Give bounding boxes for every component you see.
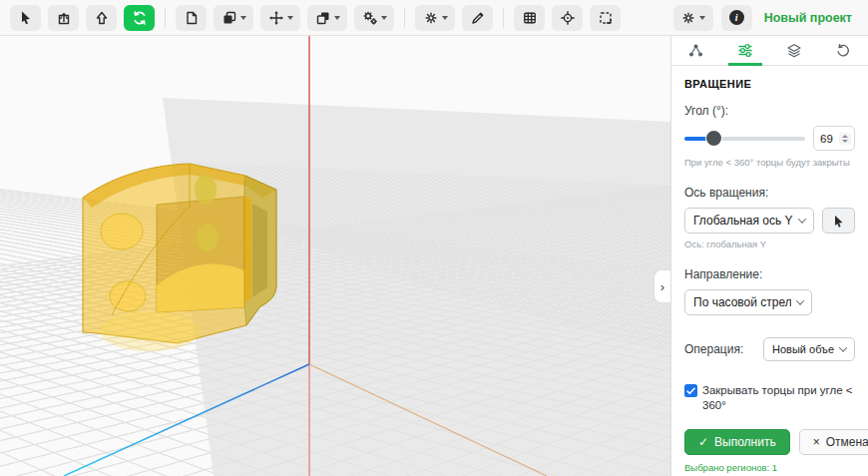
tab-parameters[interactable] <box>720 36 769 65</box>
chevron-right-icon: › <box>660 279 664 294</box>
history-icon <box>835 43 851 58</box>
annotate-tool-button[interactable] <box>462 5 493 31</box>
viewport-3d[interactable]: › <box>0 36 670 476</box>
angle-input[interactable] <box>820 133 838 145</box>
axis-hint: Ось: глобальная Y <box>684 238 855 249</box>
revolved-solid <box>83 164 276 351</box>
move-tool-button[interactable] <box>260 5 300 31</box>
project-name-link[interactable]: Новый проект <box>764 11 852 25</box>
axis-pick-button[interactable] <box>822 208 855 234</box>
execute-button[interactable]: ✓ Выполнить <box>684 429 790 455</box>
check-icon <box>686 387 695 395</box>
toolbar-separator <box>165 8 166 28</box>
toolbar-right-group: i Новый проект <box>673 5 858 31</box>
copy-tool-button[interactable] <box>214 5 253 31</box>
grid-icon <box>522 10 538 26</box>
chevron-down-icon <box>381 16 387 20</box>
operation-select[interactable]: Новый объект <box>763 337 855 361</box>
angle-spinner[interactable] <box>839 133 851 145</box>
settings-tool-button[interactable] <box>415 5 455 31</box>
solid-end-cap-inner <box>252 204 267 297</box>
selection-status: Выбрано регионов: 1 <box>684 462 855 473</box>
chevron-down-icon <box>796 296 804 304</box>
cursor-icon <box>832 215 845 228</box>
tree-icon <box>687 43 704 58</box>
boolean-tool-button[interactable] <box>307 5 347 31</box>
crosshair-icon <box>560 10 576 26</box>
selection-frame-button[interactable] <box>590 5 621 31</box>
chevron-down-icon <box>699 16 705 20</box>
tab-structure[interactable] <box>671 36 720 65</box>
gear-icon <box>423 10 439 26</box>
toolbar: i Новый проект <box>0 0 868 36</box>
toolbar-separator <box>503 8 504 28</box>
copy-icon <box>221 10 237 26</box>
close-caps-label: Закрывать торцы при угле < 360° <box>702 383 855 413</box>
pencil-icon <box>470 10 486 26</box>
inner-floor-glow <box>100 311 200 351</box>
angle-numbox <box>813 126 855 151</box>
checkbox-checked[interactable] <box>684 384 697 397</box>
direction-select[interactable]: По часовой стрелке <box>684 289 812 315</box>
chevron-down-icon <box>442 16 448 20</box>
gears-icon <box>362 10 378 26</box>
pushpull-tool-button[interactable] <box>48 5 79 31</box>
operation-label: Операция: <box>684 342 743 356</box>
panel-content: ВРАЩЕНИЕ Угол (°): При угле < 360° торцы… <box>671 66 868 476</box>
extrude-tool-button[interactable] <box>86 5 117 31</box>
tab-history[interactable] <box>819 36 868 65</box>
check-icon: ✓ <box>698 435 708 449</box>
chevron-down-icon <box>839 343 847 351</box>
gear-icon <box>680 10 696 26</box>
grid-toggle-button[interactable] <box>514 5 545 31</box>
view-settings-button[interactable] <box>673 5 713 31</box>
rotate-icon <box>132 10 148 26</box>
chevron-down-icon <box>334 16 340 20</box>
solid-end-cap-stripe <box>244 196 251 303</box>
axis-label: Ось вращения: <box>684 186 855 200</box>
chevron-down-icon <box>797 215 805 223</box>
info-icon: i <box>729 10 744 25</box>
chevron-down-icon <box>240 16 246 20</box>
properties-panel: ВРАЩЕНИЕ Угол (°): При угле < 360° торцы… <box>670 36 868 476</box>
angle-label: Угол (°): <box>684 104 855 118</box>
angle-hint: При угле < 360° торцы будут закрыты <box>684 157 855 168</box>
close-caps-checkbox-row[interactable]: Закрывать торцы при угле < 360° <box>684 383 855 413</box>
tab-layers[interactable] <box>770 36 819 65</box>
scene-canvas <box>0 36 670 476</box>
layers-icon <box>786 43 802 58</box>
snap-toggle-button[interactable] <box>552 5 583 31</box>
angle-slider-thumb[interactable] <box>706 131 721 146</box>
sketch-tool-button[interactable] <box>176 5 207 31</box>
info-button[interactable]: i <box>721 5 752 31</box>
toolbar-separator <box>404 8 405 28</box>
chevron-down-icon <box>287 16 293 20</box>
axis-select[interactable]: Глобальная ось Y <box>684 208 814 234</box>
sliders-icon <box>737 43 753 58</box>
move-icon <box>268 10 284 26</box>
arrow-up-icon <box>94 10 110 26</box>
dashed-square-icon <box>598 10 614 26</box>
back-hole-top <box>195 175 217 205</box>
operations-tool-button[interactable] <box>354 5 394 31</box>
close-icon: × <box>813 435 820 449</box>
direction-label: Направление: <box>684 267 855 281</box>
pushpull-icon <box>56 10 72 26</box>
panel-tabs <box>671 36 868 66</box>
angle-slider[interactable] <box>684 137 805 141</box>
page-icon <box>184 10 200 26</box>
cursor-icon <box>18 10 34 26</box>
boolean-icon <box>315 10 331 26</box>
select-tool-button[interactable] <box>10 5 41 31</box>
revolve-tool-button[interactable] <box>124 5 155 31</box>
panel-collapse-button[interactable]: › <box>653 269 670 303</box>
back-hole-mid <box>197 224 218 251</box>
front-hole-upper <box>101 214 143 249</box>
panel-title: ВРАЩЕНИЕ <box>684 78 855 90</box>
cad-app-window: i Новый проект <box>0 0 868 476</box>
cancel-button[interactable]: × Отмена <box>799 429 868 455</box>
